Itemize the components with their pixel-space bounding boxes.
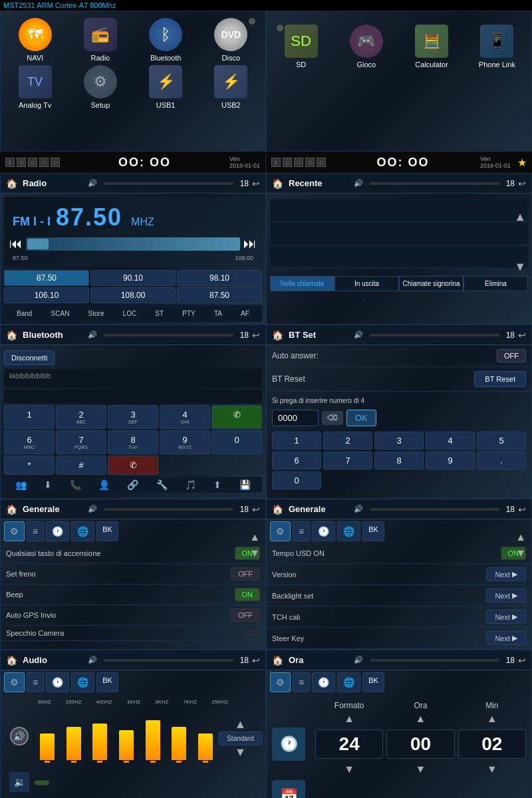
ora-vol-icon[interactable]: 🔊 xyxy=(354,656,363,664)
btset-autoanswer-toggle[interactable]: OFF xyxy=(497,349,526,362)
bt-action-contacts[interactable]: 👥 xyxy=(15,479,27,490)
btset-num-dot[interactable]: . xyxy=(477,452,526,469)
radio-ctrl-scan[interactable]: SCAN xyxy=(49,309,72,319)
bt-action-download[interactable]: ⬇ xyxy=(44,479,52,490)
gen-right-next-2[interactable]: Next▶ xyxy=(486,589,526,602)
gen-toggle-1[interactable]: OFF xyxy=(231,567,260,581)
bt-disconnect-btn[interactable]: Disconnetti xyxy=(4,350,55,365)
ora-tab-bk[interactable]: BK xyxy=(362,672,384,692)
recente-tab-0[interactable]: Nelle chiamate xyxy=(270,276,334,291)
audio-vol-icon[interactable]: 🔊 xyxy=(88,656,97,664)
recente-nav-up[interactable]: ▲ xyxy=(514,210,526,224)
ora-vol-bar[interactable] xyxy=(370,659,499,662)
btset-num-3[interactable]: 3 xyxy=(374,432,424,450)
radio-preset-1[interactable]: 90.10 xyxy=(90,270,176,286)
radio-vol-icon[interactable]: 🔊 xyxy=(88,179,97,188)
ora-tab-clock[interactable]: 🕐 xyxy=(312,672,335,692)
gen-left-vol-bar[interactable] xyxy=(104,508,233,511)
bt-key-9[interactable]: 9WXYZ xyxy=(160,430,210,454)
gen-toggle-2[interactable]: ON xyxy=(235,588,261,601)
ora-calendar-btn[interactable]: 📅 xyxy=(272,780,305,798)
audio-tab-eq[interactable]: ≡ xyxy=(27,672,44,692)
gen-tab-gear[interactable]: ⚙ xyxy=(4,521,25,541)
gen-right-back-icon[interactable]: ↩ xyxy=(518,504,526,515)
app-calculator[interactable]: 🧮 Calculator xyxy=(401,25,463,68)
eq-bar-6[interactable] xyxy=(198,733,213,763)
radio-next-btn[interactable]: ⏭ xyxy=(243,236,257,251)
radio-ctrl-af[interactable]: AF xyxy=(238,309,252,319)
gen-right-next-1[interactable]: Next▶ xyxy=(486,567,526,581)
btset-num-0[interactable]: 0 xyxy=(272,471,321,489)
btset-home-icon[interactable]: 🏠 xyxy=(272,330,283,340)
ora-min-up[interactable]: ▲ xyxy=(487,713,497,725)
recente-nav-down[interactable]: ▼ xyxy=(514,260,526,274)
ora-min-value[interactable]: 02 xyxy=(458,730,526,759)
recente-tab-1[interactable]: In uscita xyxy=(334,276,399,291)
radio-preset-5[interactable]: 87.50 xyxy=(177,287,262,303)
ora-formato-up[interactable]: ▲ xyxy=(344,713,354,725)
recente-tab-2[interactable]: Chiamate signorina xyxy=(399,276,464,291)
recente-home-icon[interactable]: 🏠 xyxy=(272,178,283,189)
audio-home-icon[interactable]: 🏠 xyxy=(6,655,17,666)
btset-ok-btn[interactable]: OK xyxy=(346,410,376,426)
gen-left-vol-icon[interactable]: 🔊 xyxy=(88,505,97,513)
ora-home-icon[interactable]: 🏠 xyxy=(272,655,283,666)
btset-num-8[interactable]: 8 xyxy=(374,452,424,469)
ora-tab-gear[interactable]: ⚙ xyxy=(270,672,291,692)
btset-num-9[interactable]: 9 xyxy=(426,452,475,469)
ora-clock-btn[interactable]: 🕐 xyxy=(272,728,305,761)
radio-preset-0[interactable]: 87.50 xyxy=(4,270,89,286)
app-tv[interactable]: TV Analog Tv xyxy=(4,65,66,109)
gen-left-scroll-down[interactable]: ▼ xyxy=(247,545,262,561)
app-bluetooth[interactable]: ᛒ Bluetooth xyxy=(135,18,197,62)
eq-scroll-up[interactable]: ▲ xyxy=(235,718,247,732)
gen-tab-eq[interactable]: ≡ xyxy=(27,521,44,541)
ora-ora-value[interactable]: 00 xyxy=(386,730,454,759)
gen-right-next-3[interactable]: Next▶ xyxy=(486,610,526,624)
radio-ctrl-st[interactable]: ST xyxy=(152,309,166,319)
btset-back-icon[interactable]: ↩ xyxy=(518,330,526,340)
gen-right-tab-clock[interactable]: 🕐 xyxy=(312,521,335,541)
audio-tab-bk[interactable]: BK xyxy=(96,672,118,692)
ora-tab-globe[interactable]: 🌐 xyxy=(337,672,360,692)
bt-key-6[interactable]: 6MNO xyxy=(4,430,55,454)
gen-toggle-3[interactable]: OFF xyxy=(231,608,260,622)
radio-ctrl-store[interactable]: Store xyxy=(86,309,107,319)
bt-action-save[interactable]: 💾 xyxy=(239,479,251,490)
bt-key-7[interactable]: 7PQRS xyxy=(56,430,106,454)
bt-vol-icon[interactable]: 🔊 xyxy=(88,331,97,339)
bt-action-music[interactable]: 🎵 xyxy=(185,479,196,490)
ora-formato-down[interactable]: ▼ xyxy=(344,763,354,775)
app-radio[interactable]: 📻 Radio xyxy=(69,18,131,62)
bt-key-0[interactable]: 0 xyxy=(211,430,262,454)
ora-back-icon[interactable]: ↩ xyxy=(518,655,526,666)
radio-ctrl-band[interactable]: Band xyxy=(14,309,35,319)
radio-vol-bar[interactable] xyxy=(104,182,233,185)
bt-key-4[interactable]: 4GHI xyxy=(160,405,210,429)
gen-right-next-4[interactable]: Next▶ xyxy=(486,631,526,645)
audio-tab-globe[interactable]: 🌐 xyxy=(71,672,94,692)
ora-ora-down[interactable]: ▼ xyxy=(416,763,426,775)
bt-key-hash[interactable]: # xyxy=(56,456,106,475)
bt-back-icon[interactable]: ↩ xyxy=(252,330,260,340)
radio-back-icon[interactable]: ↩ xyxy=(252,178,260,189)
radio-preset-3[interactable]: 106.10 xyxy=(4,287,89,303)
eq-bar-4[interactable] xyxy=(146,720,160,763)
audio-vol-bar[interactable] xyxy=(104,659,233,662)
radio-ctrl-ta[interactable]: TA xyxy=(211,309,225,319)
eq-bar-0[interactable] xyxy=(40,733,55,763)
bt-vol-bar[interactable] xyxy=(104,334,233,336)
bt-action-phone[interactable]: 📞 xyxy=(70,479,81,490)
gen-right-vol-icon[interactable]: 🔊 xyxy=(354,505,363,513)
eq-preset-btn[interactable]: Standard xyxy=(218,732,263,745)
radio-prev-btn[interactable]: ⏮ xyxy=(9,236,23,251)
btset-num-6[interactable]: 6 xyxy=(272,452,321,469)
bt-action-tools[interactable]: 🔧 xyxy=(156,479,168,490)
radio-home-icon[interactable]: 🏠 xyxy=(6,178,17,189)
bt-key-8[interactable]: 8TUV xyxy=(108,430,158,454)
audio-vol-knob[interactable]: 🔊 xyxy=(7,710,31,763)
ora-formato-value[interactable]: 24 xyxy=(315,730,383,759)
gen-right-vol-bar[interactable] xyxy=(370,508,499,511)
gen-right-tab-bk[interactable]: BK xyxy=(362,521,384,541)
gen-right-tab-gear[interactable]: ⚙ xyxy=(270,521,291,541)
